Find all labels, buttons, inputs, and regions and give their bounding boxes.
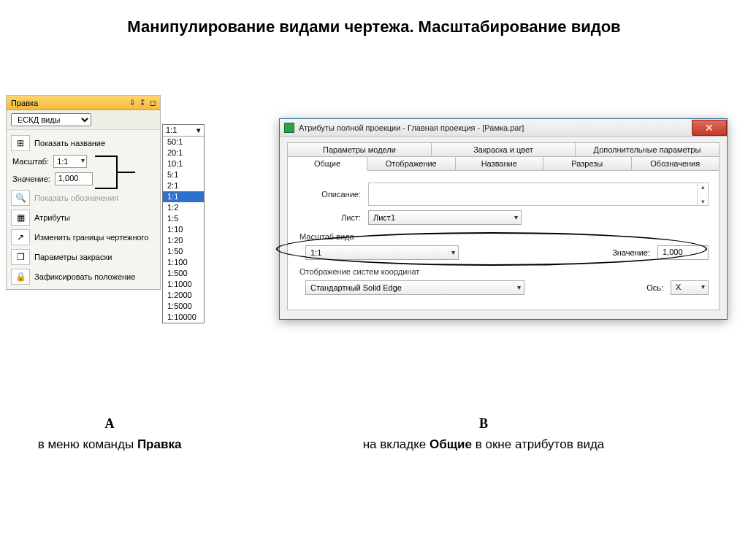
value-label: Значение: [12,174,50,183]
axis-label: Ось: [646,283,663,292]
content-area: Правка ⇩ ↧ ◻ ЕСКД виды ⊞ Показать назван… [0,44,748,453]
sheet-row: Лист: Лист1 [298,210,709,225]
dropdown-current-value: 1:1 [166,126,177,135]
bounds-icon: ↗ [11,229,30,245]
panel-header: Правка ⇩ ↧ ◻ [7,96,160,110]
dropdown-item[interactable]: 1:10000 [163,312,204,323]
caption-a-bold: Правка [137,437,181,451]
tab-row-bottom: ОбщиеОтображениеНазваниеРазрезыОбозначен… [287,156,720,171]
caption-b-pre: на вкладке [363,437,430,451]
caption-a: А в меню команды Правка [0,416,219,452]
dropdown-item[interactable]: 1:50 [163,246,204,257]
letter-b: В [219,416,748,431]
titlebar[interactable]: Атрибуты полной проекции - Главная проек… [280,119,727,137]
tab-bottom[interactable]: Отображение [367,156,456,171]
dropdown-item[interactable]: 1:20 [163,235,204,246]
view-scale-combo[interactable]: 1:1 [305,245,459,260]
magnifier-icon: 🔍 [11,190,30,206]
scale-label: Масштаб: [12,157,49,166]
dropdown-item[interactable]: 1:5000 [163,301,204,312]
cmd-label: Атрибуты [34,213,70,222]
dropdown-item[interactable]: 5:1 [163,169,204,180]
close-button[interactable]: ✕ [692,120,727,136]
cmd-label: Параметры закраски [34,253,112,261]
tab-body: Описание: ▴▾ Лист: Лист1 Масштаб вида 1:… [287,171,720,310]
cmd-fill-params[interactable]: ❒ Параметры закраски [7,247,160,266]
attributes-icon: ▦ [11,210,30,226]
scale-group-title: Масштаб вида [299,232,709,241]
dropdown-item[interactable]: 1:10 [163,224,204,235]
cmd-label: Зафиксировать положение [34,272,135,281]
app-icon [284,123,294,133]
value-row: Значение: 1,000 [7,170,160,188]
caption-a-pre: в меню команды [38,437,137,451]
cmd-show-designations: 🔍 Показать обозначения [7,188,160,207]
coord-group-row: Стандартный Solid Edge Ось: X [305,280,709,295]
tab-bottom[interactable]: Разрезы [543,156,632,171]
dropdown-item[interactable]: 50:1 [163,137,204,147]
scale-row: Масштаб: 1:1 [7,153,160,170]
caption-row: А в меню команды Правка В на вкладке Общ… [0,416,748,452]
dropdown-item[interactable]: 20:1 [163,147,204,158]
description-row: Описание: ▴▾ [298,183,709,206]
command-list: ⊞ Показать название Масштаб: 1:1 Значени… [7,130,160,289]
lock-icon: 🔒 [11,269,30,285]
coord-system-combo[interactable]: Стандартный Solid Edge [305,280,524,295]
cmd-label: Показать название [34,139,105,147]
tab-top[interactable]: Закраска и цвет [432,142,576,157]
scroll-down-icon[interactable]: ▾ [698,198,708,205]
caption-b: В на вкладке Общие в окне атрибутов вида [219,416,748,452]
scale-combo[interactable]: 1:1 [53,155,87,168]
dropdown-item[interactable]: 2:1 [163,180,204,191]
panel-close-icon[interactable]: ◻ [150,96,156,110]
dropdown-current[interactable]: 1:1 ▾ [163,125,204,137]
tab-row-top: Параметры моделиЗакраска и цветДополните… [287,142,720,157]
scroll-up-icon[interactable]: ▴ [698,183,708,191]
cmd-label: Показать обозначения [34,193,118,202]
value-input[interactable]: 1,000 [55,172,93,185]
cmd-fix-position[interactable]: 🔒 Зафиксировать положение [7,266,160,286]
dropdown-item[interactable]: 1:2000 [163,290,204,301]
tab-top[interactable]: Дополнительные параметры [576,142,720,157]
axis-combo[interactable]: X [671,280,709,295]
scale-value-label: Значение: [612,248,650,257]
dropdown-item[interactable]: 1:1 [163,191,204,202]
dropdown-item[interactable]: 1:1000 [163,279,204,290]
tab-bottom[interactable]: Обозначения [632,156,720,171]
panel-pravka: Правка ⇩ ↧ ◻ ЕСКД виды ⊞ Показать назван… [6,95,161,290]
page-title: Манипулирование видами чертежа. Масштаби… [0,0,748,44]
sheet-combo[interactable]: Лист1 [368,210,522,225]
scale-dropdown-list[interactable]: 1:1 ▾ 50:120:110:15:12:11:11:21:51:101:2… [162,124,205,323]
dropdown-item[interactable]: 1:100 [163,257,204,268]
coord-group-title: Отображение систем координат [299,267,709,276]
panel-pin-icon[interactable]: ↧ [140,96,145,110]
chevron-down-icon: ▾ [196,126,201,135]
tab-bottom[interactable]: Название [456,156,544,171]
tab-top[interactable]: Параметры модели [287,142,432,157]
description-label: Описание: [298,190,361,199]
sheet-label: Лист: [298,213,361,222]
letter-a: А [0,416,219,431]
view-type-select[interactable]: ЕСКД виды [11,113,91,126]
dropdown-item[interactable]: 10:1 [163,158,204,169]
cmd-change-bounds[interactable]: ↗ Изменить границы чертежного [7,227,160,247]
scale-value-input[interactable]: 1,000 [657,245,709,260]
window-title: Атрибуты полной проекции - Главная проек… [299,123,524,132]
caption-a-text: в меню команды Правка [0,437,219,452]
show-name-icon: ⊞ [11,135,30,151]
cube-icon: ❒ [11,249,30,265]
attributes-window: Атрибуты полной проекции - Главная проек… [279,118,728,320]
dropdown-item[interactable]: 1:500 [163,268,204,279]
dropdown-item[interactable]: 1:5 [163,213,204,224]
tab-bottom[interactable]: Общие [287,156,367,171]
caption-b-post: в окне атрибутов вида [472,437,604,451]
cmd-attributes[interactable]: ▦ Атрибуты [7,207,160,227]
caption-b-bold: Общие [430,437,472,451]
panel-dropdown-icon[interactable]: ⇩ [129,96,135,110]
dropdown-item[interactable]: 1:2 [163,202,204,213]
cmd-show-name[interactable]: ⊞ Показать название [7,133,160,153]
scale-group-row: 1:1 Значение: 1,000 [305,245,709,260]
panel-title: Правка [11,96,38,110]
description-textarea[interactable]: ▴▾ [368,183,709,206]
window-body: Параметры моделиЗакраска и цветДополните… [280,137,727,319]
